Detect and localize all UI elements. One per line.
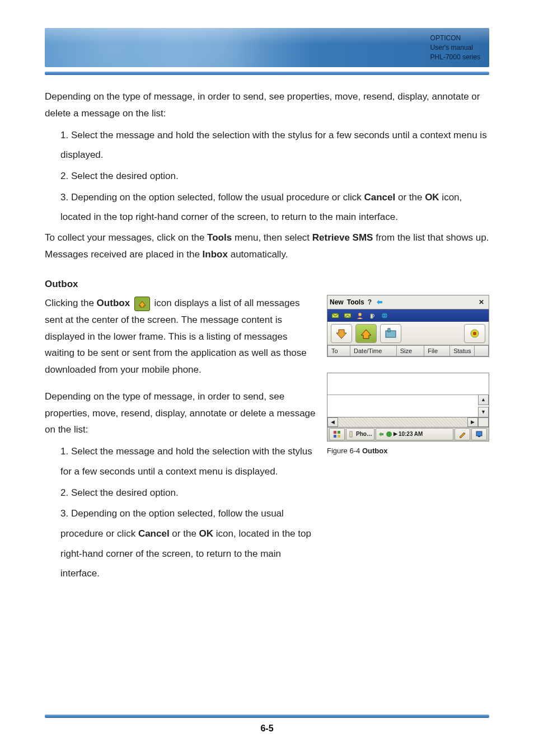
outbox-heading: Outbox <box>45 276 489 293</box>
envelope-out-icon[interactable] <box>343 311 352 320</box>
start-icon[interactable] <box>329 428 345 440</box>
svg-rect-15 <box>476 431 482 436</box>
header-line2: User's manual <box>430 43 480 53</box>
tray-desktop-icon[interactable] <box>471 428 487 440</box>
header-text: OPTICON User's manual PHL-7000 series <box>430 34 480 62</box>
figure-caption: Figure 6-4 Outbox <box>327 445 489 458</box>
svg-rect-10 <box>338 431 340 434</box>
footer-divider <box>45 715 489 718</box>
tray-time: 10:23 AM <box>399 429 423 439</box>
header-divider <box>45 72 489 75</box>
phone-signal-icon[interactable] <box>368 311 377 320</box>
taskbar: Pho… ▶ 10:23 AM <box>327 427 489 441</box>
scroll-up-icon[interactable]: ▲ <box>478 395 489 405</box>
col-file[interactable]: File <box>424 345 450 356</box>
svg-rect-9 <box>334 431 336 434</box>
screenshot-outbox-top: New Tools ? ✕ <box>327 295 489 357</box>
scroll-right-icon[interactable]: ▶ <box>467 417 478 427</box>
tray-pen-icon[interactable] <box>455 428 470 440</box>
col-size[interactable]: Size <box>397 345 425 356</box>
col-status[interactable]: Status <box>450 345 475 356</box>
outbox-step-2: 2. Select the desired option. <box>60 483 318 503</box>
header-line1: OPTICON <box>430 34 480 43</box>
svg-rect-13 <box>350 431 352 437</box>
column-headers: To Date/Time Size File Status <box>327 345 489 356</box>
svg-rect-16 <box>478 436 480 437</box>
svg-rect-12 <box>338 435 340 438</box>
titlebar: New Tools ? ✕ <box>327 295 489 309</box>
menu-help-q[interactable]: ? <box>368 297 372 308</box>
help-icon[interactable] <box>375 298 384 307</box>
svg-rect-11 <box>334 435 336 438</box>
record-button[interactable] <box>464 324 485 343</box>
outbox-icon <box>134 297 150 311</box>
intro-paragraph: Depending on the type of message, in ord… <box>45 88 489 122</box>
svg-rect-5 <box>386 331 396 337</box>
page-number: 6-5 <box>45 724 489 734</box>
outbox-paragraph-1: Clicking the Outbox icon displays a list… <box>45 295 318 378</box>
outbox-button[interactable] <box>355 324 377 343</box>
collect-paragraph: To collect your messages, click on the T… <box>45 229 489 263</box>
tray-plug-icon <box>378 431 385 438</box>
svg-rect-6 <box>388 328 390 332</box>
svg-rect-3 <box>371 314 373 318</box>
tray-network-icon <box>386 431 392 438</box>
header-banner: OPTICON User's manual PHL-7000 series <box>45 28 489 67</box>
envelope-in-icon[interactable] <box>331 311 340 320</box>
col-datetime[interactable]: Date/Time <box>350 345 397 356</box>
icon-row <box>327 309 489 322</box>
outbox-step-1: 1. Select the message and hold the selec… <box>60 442 318 481</box>
outbox-paragraph-2: Depending on the type of message, in ord… <box>45 388 318 438</box>
header-line3: PHL-7000 series <box>430 53 480 62</box>
scroll-left-icon[interactable]: ◀ <box>327 417 338 427</box>
inbox-button[interactable] <box>331 324 352 343</box>
taskbar-app[interactable]: Pho… <box>346 428 374 440</box>
menu-tools[interactable]: Tools <box>347 297 364 308</box>
step-3: 3. Depending on the option selected, fol… <box>60 187 489 227</box>
svg-point-14 <box>386 431 392 437</box>
globe-icon[interactable] <box>380 311 389 320</box>
step-2: 2. Select the desired option. <box>60 166 489 186</box>
close-icon[interactable]: ✕ <box>476 297 486 308</box>
svg-point-8 <box>473 332 476 335</box>
move-button[interactable] <box>380 324 401 343</box>
outbox-step-3: 3. Depending on the option selected, fol… <box>60 504 318 584</box>
svg-point-2 <box>358 313 362 316</box>
horizontal-scrollbar[interactable]: ◀ ▶ <box>327 417 489 427</box>
menu-new[interactable]: New <box>330 297 344 308</box>
screenshot-outbox-bottom: ▲ ▼ ◀ ▶ Pho <box>327 373 489 442</box>
step-1: 1. Select the message and hold the selec… <box>60 125 489 165</box>
toolbar <box>327 322 489 345</box>
contact-icon[interactable] <box>355 311 364 320</box>
col-to[interactable]: To <box>327 345 350 356</box>
resize-grip-icon <box>478 417 489 427</box>
scroll-down-icon[interactable]: ▼ <box>478 407 489 417</box>
tray[interactable]: ▶ 10:23 AM <box>376 428 453 440</box>
